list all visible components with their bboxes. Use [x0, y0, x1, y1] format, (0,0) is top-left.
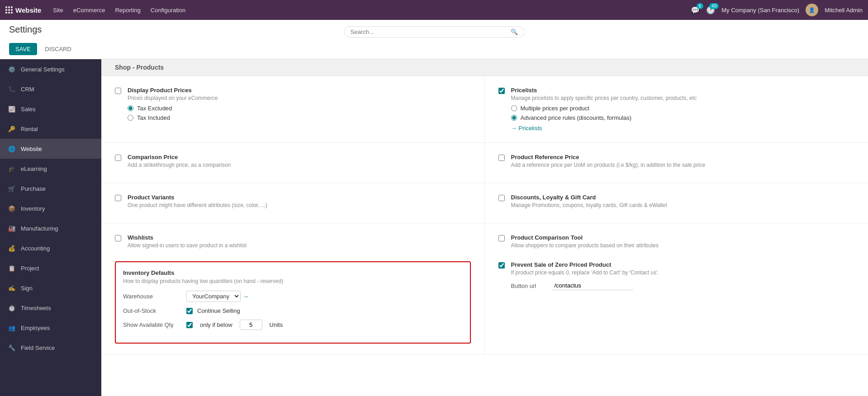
sales-icon: 📈 — [7, 104, 16, 113]
button-url-input[interactable] — [552, 281, 633, 290]
tax-included-option[interactable]: Tax Included — [128, 114, 218, 121]
warehouse-external-link[interactable]: → — [242, 293, 249, 300]
comparison-price-content: Comparison Price Add a strikethrough pri… — [128, 154, 231, 172]
discard-button[interactable]: DISCARD — [38, 43, 78, 55]
qty-threshold-input[interactable] — [240, 320, 262, 330]
search-icon[interactable]: 🔍 — [511, 28, 518, 35]
sidebar-item-field-service[interactable]: 🔧 Field Service — [0, 338, 101, 358]
prevent-sale-checkbox[interactable] — [498, 262, 505, 269]
display-product-prices-title: Display Product Prices — [128, 87, 218, 94]
wishlists-checkbox[interactable] — [115, 235, 121, 241]
discounts-title: Discounts, Loyalty & Gift Card — [511, 194, 667, 201]
product-reference-price-title: Product Reference Price — [511, 154, 706, 160]
app-name: Website — [15, 6, 41, 14]
inventory-defaults-desc: How to display products having low quant… — [123, 278, 463, 284]
sidebar-item-project[interactable]: 📋 Project — [0, 258, 101, 278]
display-product-prices-checkbox[interactable] — [115, 88, 121, 94]
user-avatar[interactable]: 👤 — [806, 4, 818, 16]
messages-count: 6 — [697, 3, 704, 9]
company-name[interactable]: My Company (San Francisco) — [721, 7, 799, 14]
search-bar: 🔍 — [344, 26, 525, 38]
activities-badge[interactable]: 🕐 49 — [706, 6, 715, 14]
tax-excluded-radio[interactable] — [128, 105, 133, 111]
advanced-price-radio[interactable] — [511, 115, 517, 121]
discounts-checkbox[interactable] — [498, 195, 505, 201]
wishlists-desc: Allow signed-in users to save product in… — [128, 242, 247, 249]
sidebar-label-elearning: eLearning — [21, 165, 47, 172]
units-label: Units — [270, 321, 283, 328]
search-input[interactable] — [351, 28, 507, 35]
save-button[interactable]: SAVE — [9, 43, 37, 55]
pricelists-link[interactable]: → Pricelists — [511, 125, 697, 132]
sidebar-label-sales: Sales — [21, 106, 36, 113]
pricelists-checkbox[interactable] — [498, 88, 505, 94]
general-settings-icon: ⚙️ — [7, 65, 16, 74]
menu-ecommerce[interactable]: eCommerce — [69, 4, 110, 16]
sidebar-item-accounting[interactable]: 💰 Accounting — [0, 238, 101, 258]
tax-included-radio[interactable] — [128, 115, 133, 121]
display-product-prices-content: Display Product Prices Prices displayed … — [128, 87, 218, 121]
app-brand[interactable]: Website — [5, 6, 41, 14]
pricelist-arrow: → — [511, 125, 517, 132]
sidebar-label-sign: Sign — [21, 285, 33, 292]
inventory-defaults-title: Inventory Defaults — [123, 269, 463, 276]
sidebar-item-crm[interactable]: 📞 CRM — [0, 79, 101, 99]
product-reference-price-content: Product Reference Price Add a reference … — [511, 154, 706, 172]
rental-icon: 🔑 — [7, 124, 16, 133]
timesheets-icon: ⏱️ — [7, 303, 16, 312]
sidebar-item-rental[interactable]: 🔑 Rental — [0, 119, 101, 139]
advanced-price-option[interactable]: Advanced price rules (discounts, formula… — [511, 114, 697, 121]
comparison-price-row: Comparison Price Add a strikethrough pri… — [115, 154, 471, 172]
product-variants-checkbox[interactable] — [115, 195, 121, 201]
menu-site[interactable]: Site — [48, 4, 67, 16]
prevent-sale-content: Prevent Sale of Zero Priced Product If p… — [511, 261, 659, 290]
navbar: Website Site eCommerce Reporting Configu… — [0, 0, 868, 20]
sidebar-item-purchase[interactable]: 🛒 Purchase — [0, 179, 101, 198]
tax-excluded-option[interactable]: Tax Excluded — [128, 105, 218, 112]
product-reference-price-row: Product Reference Price Add a reference … — [498, 154, 855, 172]
sidebar-label-purchase: Purchase — [21, 185, 46, 192]
out-of-stock-checkbox[interactable] — [186, 308, 193, 314]
sidebar-label-employees: Employees — [21, 325, 50, 331]
out-of-stock-label: Out-of-Stock — [123, 307, 182, 314]
sidebar-label-general-settings: General Settings — [21, 66, 65, 73]
sidebar-item-employees[interactable]: 👥 Employees — [0, 318, 101, 338]
product-comparison-checkbox[interactable] — [498, 235, 505, 241]
activities-count: 49 — [709, 3, 719, 9]
product-comparison-prevent-cell: Product Comparison Tool Allow shoppers t… — [485, 223, 868, 355]
sidebar-label-timesheets: Timesheets — [21, 305, 51, 311]
sidebar-item-sign[interactable]: ✍️ Sign — [0, 278, 101, 298]
menu-configuration[interactable]: Configuration — [146, 4, 190, 16]
sidebar-item-general-settings[interactable]: ⚙️ General Settings — [0, 59, 101, 79]
product-comparison-title: Product Comparison Tool — [511, 234, 659, 241]
accounting-icon: 💰 — [7, 244, 16, 253]
warehouse-dropdown[interactable]: YourCompany — [186, 291, 241, 302]
discounts-content: Discounts, Loyalty & Gift Card Manage Pr… — [511, 194, 667, 212]
sidebar-item-manufacturing[interactable]: 🏭 Manufacturing — [0, 218, 101, 238]
warehouse-label: Warehouse — [123, 293, 182, 300]
sidebar-item-inventory[interactable]: 📦 Inventory — [0, 198, 101, 218]
multiple-prices-option[interactable]: Multiple prices per product — [511, 105, 697, 112]
sidebar-item-timesheets[interactable]: ⏱️ Timesheets — [0, 298, 101, 318]
sidebar-label-website: Website — [21, 146, 42, 152]
sidebar-label-rental: Rental — [21, 126, 38, 132]
sidebar-item-sales[interactable]: 📈 Sales — [0, 99, 101, 119]
pricelists-content: Pricelists Manage pricelists to apply sp… — [511, 87, 697, 132]
inventory-defaults-box: Inventory Defaults How to display produc… — [115, 261, 471, 344]
navbar-right: 💬 6 🕐 49 My Company (San Francisco) 👤 Mi… — [691, 4, 863, 16]
messages-badge[interactable]: 💬 6 — [691, 6, 700, 14]
comparison-price-checkbox[interactable] — [115, 155, 121, 161]
sidebar-item-website[interactable]: 🌐 Website — [0, 139, 101, 159]
navbar-menu: Site eCommerce Reporting Configuration — [48, 4, 691, 16]
product-reference-price-checkbox[interactable] — [498, 155, 505, 161]
display-product-prices-desc: Prices displayed on your eCommerce — [128, 95, 218, 101]
sidebar-item-elearning[interactable]: 🎓 eLearning — [0, 159, 101, 179]
settings-header-area: Settings 🔍 SAVE DISCARD — [0, 20, 868, 59]
user-name[interactable]: Mitchell Admin — [825, 7, 863, 14]
multiple-prices-radio[interactable] — [511, 105, 517, 111]
product-variants-desc: One product might have different attribu… — [128, 202, 267, 208]
menu-reporting[interactable]: Reporting — [110, 4, 145, 16]
show-qty-checkbox[interactable] — [186, 322, 193, 328]
grid-icon — [5, 6, 13, 14]
multiple-prices-label: Multiple prices per product — [521, 105, 589, 112]
